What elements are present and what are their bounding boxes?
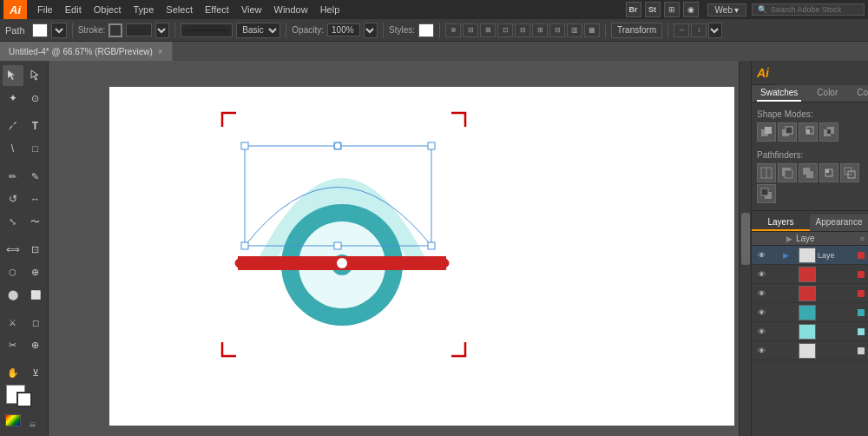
slice-tool-btn[interactable]: ⚔ <box>3 312 23 333</box>
eraser-tool-btn[interactable]: ◻ <box>25 312 46 333</box>
canvas-area[interactable] <box>49 61 751 436</box>
direct-selection-tool-btn[interactable] <box>25 65 46 86</box>
pen-tool-btn[interactable] <box>3 116 23 136</box>
layer-row-6[interactable]: 👁 <box>752 341 868 360</box>
scale-tool-btn[interactable]: ⤡ <box>3 211 23 232</box>
magic-wand-tool-btn[interactable]: ✦ <box>3 88 23 109</box>
visibility-eye-5[interactable]: 👁 <box>755 326 767 338</box>
zoom-tool-btn[interactable]: ⊕ <box>25 334 46 355</box>
opacity-input[interactable] <box>327 23 360 36</box>
stroke-box[interactable] <box>16 392 32 407</box>
grid-view-btn[interactable]: ⊞ <box>664 2 680 17</box>
unite-btn[interactable] <box>757 122 776 142</box>
trim-btn[interactable] <box>778 163 797 182</box>
appearance-tab-btn[interactable]: Appearance <box>810 215 868 231</box>
live-paint-tool-btn[interactable]: ⬤ <box>3 284 23 305</box>
bridge-btn[interactable]: Br <box>626 2 641 17</box>
device-preview-btn[interactable]: ◉ <box>683 2 699 17</box>
styles-box[interactable] <box>418 23 434 37</box>
warp-tool-btn[interactable]: 〜 <box>25 211 46 232</box>
workspace-selector[interactable]: Web ▾ <box>707 3 746 17</box>
lasso-tool-btn[interactable]: ⊙ <box>25 88 46 109</box>
stock-btn[interactable]: St <box>645 2 661 17</box>
flip-v-icon[interactable]: ↕ <box>691 23 707 37</box>
layer-row-1[interactable]: 👁 ▶ Laye <box>752 246 868 265</box>
align-to-icon[interactable]: ⊛ <box>445 23 461 37</box>
rotate-tool-btn[interactable]: ↺ <box>3 188 23 209</box>
exclude-btn[interactable] <box>819 122 838 142</box>
crop-btn[interactable] <box>819 163 838 182</box>
visibility-eye-4[interactable]: 👁 <box>755 307 767 319</box>
perspective-tool-btn[interactable]: ⬡ <box>3 261 23 282</box>
align-left-icon[interactable]: ⊟ <box>463 23 478 37</box>
scroll-thumb[interactable] <box>741 213 750 265</box>
menu-help[interactable]: Help <box>315 3 345 17</box>
stroke-arrow-select[interactable] <box>155 23 169 38</box>
opacity-arrow-select[interactable] <box>364 23 378 38</box>
menu-effect[interactable]: Effect <box>200 3 234 17</box>
align-bottom-icon[interactable]: ⊟ <box>549 23 565 37</box>
visibility-eye-3[interactable]: 👁 <box>755 287 767 300</box>
align-right-icon[interactable]: ⊡ <box>497 23 513 37</box>
type-tool-btn[interactable]: T <box>25 116 46 136</box>
pencil-tool-btn[interactable]: ✎ <box>25 166 46 187</box>
hand-tool-btn[interactable]: ✋ <box>3 362 23 383</box>
menu-edit[interactable]: Edit <box>60 3 87 17</box>
transform-button[interactable]: Transform <box>611 23 662 38</box>
minus-front-btn[interactable] <box>778 122 797 142</box>
document-tab[interactable]: Untitled-4* @ 66.67% (RGB/Preview) × <box>0 42 173 61</box>
more-options-select[interactable] <box>708 23 722 38</box>
second-color-tab[interactable]: Color <box>853 85 868 102</box>
reflect-tool-btn[interactable]: ↔ <box>25 188 46 209</box>
layer-row-3[interactable]: 👁 <box>752 284 868 303</box>
layer-row-2[interactable]: 👁 <box>752 265 868 284</box>
color-tab[interactable]: Color <box>813 85 841 102</box>
merge-btn[interactable] <box>799 163 818 182</box>
layer-row-5[interactable]: 👁 <box>752 322 868 341</box>
divide-btn[interactable] <box>757 163 776 182</box>
align-center-h-icon[interactable]: ⊠ <box>480 23 496 37</box>
flip-h-icon[interactable]: ↔ <box>674 23 689 37</box>
scroll-bar-right[interactable] <box>739 61 751 436</box>
color-btn[interactable] <box>5 414 21 426</box>
distrib-v-icon[interactable]: ▦ <box>584 23 600 37</box>
visibility-eye-1[interactable]: 👁 <box>755 249 767 261</box>
fill-color-box[interactable] <box>32 23 48 37</box>
menu-view[interactable]: View <box>236 3 267 17</box>
paintbrush-tool-btn[interactable]: ✏ <box>3 166 23 187</box>
artboard-tool-btn[interactable]: ⬜ <box>25 284 46 305</box>
align-top-icon[interactable]: ⊟ <box>515 23 530 37</box>
minus-back-btn[interactable] <box>757 184 776 203</box>
fill-selector[interactable] <box>51 23 67 38</box>
distrib-h-icon[interactable]: ▥ <box>567 23 582 37</box>
shape-builder-tool-btn[interactable]: ⊕ <box>25 261 46 282</box>
scissors-tool-btn[interactable]: ✂ <box>3 334 23 355</box>
stroke-style-box[interactable] <box>181 23 233 37</box>
selection-tool-btn[interactable] <box>3 65 23 86</box>
expand-arrow-1[interactable]: ▶ <box>783 251 795 260</box>
stroke-size-input[interactable] <box>126 23 152 36</box>
panel-ai-icon[interactable]: Ai <box>752 61 774 85</box>
search-box[interactable]: 🔍 Search Adobe Stock <box>752 3 865 16</box>
align-middle-v-icon[interactable]: ⊞ <box>532 23 548 37</box>
menu-object[interactable]: Object <box>89 3 127 17</box>
visibility-eye-6[interactable]: 👁 <box>755 345 767 357</box>
layer-row-4[interactable]: 👁 <box>752 303 868 322</box>
shape-tool-btn[interactable]: □ <box>25 138 46 159</box>
visibility-eye-2[interactable]: 👁 <box>755 268 767 281</box>
menu-select[interactable]: Select <box>161 3 198 17</box>
intersect-btn[interactable] <box>799 122 818 142</box>
line-tool-btn[interactable]: \ <box>3 138 23 159</box>
outline-btn[interactable] <box>840 163 859 182</box>
menu-file[interactable]: File <box>32 3 58 17</box>
line-type-select[interactable]: Basic <box>236 23 280 38</box>
menu-window[interactable]: Window <box>269 3 313 17</box>
swatches-tab[interactable]: Swatches <box>757 85 801 102</box>
width-tool-btn[interactable]: ⟺ <box>3 239 23 260</box>
layers-tab-btn[interactable]: Layers <box>752 215 810 231</box>
menu-type[interactable]: Type <box>128 3 160 17</box>
none-btn[interactable]: □ <box>23 414 43 435</box>
stroke-color-box[interactable] <box>108 23 122 37</box>
eyedropper-tool-btn[interactable]: ⊻ <box>25 362 46 383</box>
free-transform-tool-btn[interactable]: ⊡ <box>25 239 46 260</box>
